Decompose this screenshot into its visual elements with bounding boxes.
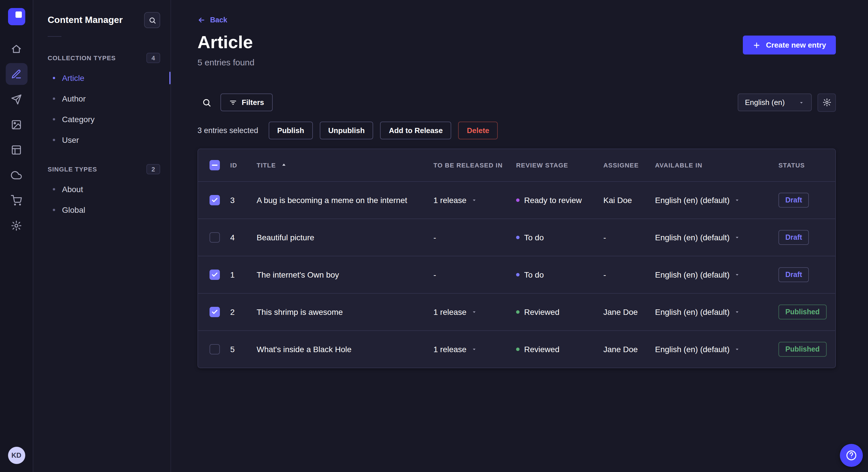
table-row[interactable]: 4 Beautiful picture - To do - English (e… bbox=[198, 218, 835, 256]
cell-available-in[interactable]: English (en) (default) bbox=[655, 344, 778, 353]
status-badge: Draft bbox=[778, 193, 809, 207]
column-header-assignee: ASSIGNEE bbox=[603, 162, 655, 168]
single-types-section: SINGLE TYPES 2 About Global bbox=[33, 160, 170, 220]
stage-label: Reviewed bbox=[524, 307, 559, 316]
cell-id: 5 bbox=[230, 344, 257, 353]
table-row[interactable]: 5 What's inside a Black Hole 1 release R… bbox=[198, 330, 835, 367]
chevron-down-icon bbox=[734, 309, 740, 314]
row-checkbox[interactable] bbox=[210, 344, 220, 354]
selection-summary: 3 entries selected bbox=[197, 126, 258, 134]
search-button[interactable] bbox=[197, 93, 216, 111]
row-checkbox[interactable] bbox=[210, 269, 220, 279]
cell-review-stage: Ready to review bbox=[516, 195, 603, 204]
create-new-entry-button[interactable]: Create new entry bbox=[743, 36, 836, 55]
add-to-release-button[interactable]: Add to Release bbox=[380, 121, 452, 139]
column-header-title[interactable]: TITLE bbox=[257, 162, 433, 168]
entries-table: ID TITLE TO BE RELEASED IN REVIEW STAGE … bbox=[197, 148, 836, 368]
column-header-id: ID bbox=[230, 162, 257, 168]
sidebar-item-label: About bbox=[62, 185, 83, 194]
column-header-title-label: TITLE bbox=[257, 162, 276, 168]
locale-label: English (en) (default) bbox=[655, 344, 730, 353]
table-row[interactable]: 2 This shrimp is awesome 1 release Revie… bbox=[198, 293, 835, 330]
locale-label: English (en) (default) bbox=[655, 307, 730, 316]
collection-types-section: COLLECTION TYPES 4 Article Author Catego… bbox=[33, 48, 170, 150]
filters-button[interactable]: Filters bbox=[220, 94, 273, 111]
column-header-review-stage: REVIEW STAGE bbox=[516, 162, 603, 168]
check-icon bbox=[211, 308, 218, 315]
cell-assignee: Jane Doe bbox=[603, 307, 655, 316]
home-icon[interactable] bbox=[5, 38, 27, 60]
stage-label: Ready to review bbox=[524, 195, 582, 204]
row-checkbox[interactable] bbox=[210, 195, 220, 205]
content-manager-icon[interactable] bbox=[5, 63, 27, 85]
stage-dot-icon bbox=[516, 273, 520, 276]
media-library-icon[interactable] bbox=[5, 113, 27, 135]
chevron-down-icon bbox=[471, 309, 477, 314]
table-row[interactable]: 1 The internet's Own boy - To do - Engli… bbox=[198, 256, 835, 293]
cell-available-in[interactable]: English (en) (default) bbox=[655, 195, 778, 204]
app-window: KD Content Manager COLLECTION TYPES 4 Ar… bbox=[0, 0, 868, 472]
settings-gear-icon[interactable] bbox=[5, 214, 27, 236]
cell-release[interactable]: 1 release bbox=[433, 307, 516, 316]
row-checkbox[interactable] bbox=[210, 307, 220, 317]
publish-button[interactable]: Publish bbox=[269, 121, 313, 139]
arrow-left-icon bbox=[197, 16, 206, 24]
bullet-icon bbox=[53, 209, 55, 211]
user-avatar[interactable]: KD bbox=[8, 447, 25, 464]
sidebar-item-user[interactable]: User bbox=[33, 130, 170, 150]
sidebar-item-author[interactable]: Author bbox=[33, 88, 170, 109]
column-header-status: STATUS bbox=[778, 162, 835, 168]
sidebar-item-about[interactable]: About bbox=[33, 179, 170, 200]
sidebar-item-category[interactable]: Category bbox=[33, 109, 170, 130]
stage-dot-icon bbox=[516, 347, 520, 351]
cell-title: A bug is becoming a meme on the internet bbox=[257, 195, 433, 204]
locale-select[interactable]: English (en) bbox=[737, 94, 812, 111]
stage-label: To do bbox=[524, 270, 544, 279]
sidebar-search-button[interactable] bbox=[144, 12, 160, 28]
strapi-logo[interactable] bbox=[8, 8, 25, 25]
releases-icon[interactable] bbox=[5, 88, 27, 110]
cell-release[interactable]: 1 release bbox=[433, 195, 516, 204]
column-header-available-in: AVAILABLE IN bbox=[655, 162, 778, 168]
cell-release: - bbox=[433, 270, 516, 279]
sidebar-item-article[interactable]: Article bbox=[33, 68, 170, 88]
chevron-down-icon bbox=[734, 197, 740, 203]
view-settings-button[interactable] bbox=[817, 93, 836, 111]
chevron-down-icon bbox=[734, 234, 740, 240]
back-link[interactable]: Back bbox=[197, 16, 227, 24]
table-row[interactable]: 3 A bug is becoming a meme on the intern… bbox=[198, 181, 835, 218]
marketplace-cart-icon[interactable] bbox=[5, 189, 27, 211]
content-type-builder-icon[interactable] bbox=[5, 139, 27, 161]
status-badge: Published bbox=[778, 304, 826, 319]
status-badge: Draft bbox=[778, 230, 809, 245]
release-value: - bbox=[433, 233, 436, 242]
table-header-row: ID TITLE TO BE RELEASED IN REVIEW STAGE … bbox=[198, 149, 835, 181]
page-head: Article 5 entries found Create new entry bbox=[197, 33, 836, 67]
select-all-checkbox[interactable] bbox=[210, 160, 220, 170]
deploy-cloud-icon[interactable] bbox=[5, 164, 27, 186]
cell-release[interactable]: 1 release bbox=[433, 344, 516, 353]
chevron-down-icon bbox=[734, 346, 740, 352]
create-new-entry-label: Create new entry bbox=[766, 41, 826, 49]
cell-review-stage: Reviewed bbox=[516, 307, 603, 316]
unpublish-button[interactable]: Unpublish bbox=[320, 121, 373, 139]
row-checkbox[interactable] bbox=[210, 232, 220, 242]
cell-review-stage: To do bbox=[516, 270, 603, 279]
gear-icon bbox=[823, 98, 831, 107]
check-icon bbox=[211, 196, 218, 203]
strapi-logo-mark bbox=[15, 11, 22, 18]
stage-dot-icon bbox=[516, 198, 520, 202]
bullet-icon bbox=[53, 188, 55, 191]
mini-sidebar: KD bbox=[0, 0, 33, 472]
delete-button[interactable]: Delete bbox=[458, 121, 498, 139]
locale-label: English (en) (default) bbox=[655, 270, 730, 279]
cell-available-in[interactable]: English (en) (default) bbox=[655, 270, 778, 279]
help-button[interactable] bbox=[840, 444, 863, 467]
stage-dot-icon bbox=[516, 310, 520, 313]
cell-title: The internet's Own boy bbox=[257, 270, 433, 279]
cell-available-in[interactable]: English (en) (default) bbox=[655, 233, 778, 242]
cell-available-in[interactable]: English (en) (default) bbox=[655, 307, 778, 316]
status-badge: Draft bbox=[778, 267, 809, 282]
filter-icon bbox=[229, 98, 237, 106]
sidebar-item-global[interactable]: Global bbox=[33, 200, 170, 220]
